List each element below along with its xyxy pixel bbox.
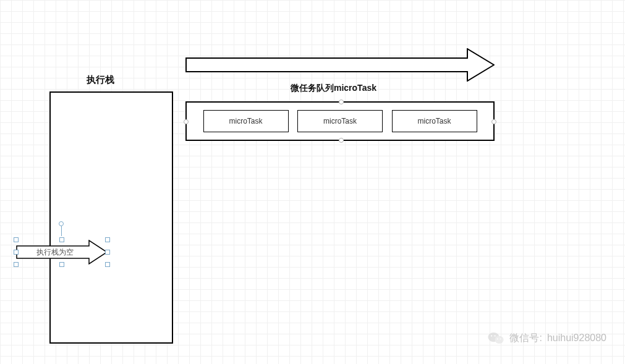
connection-point-n[interactable] — [339, 99, 344, 104]
microtask-item[interactable]: microTask — [392, 110, 477, 132]
selection-handle-nw[interactable] — [14, 237, 19, 242]
wechat-watermark: 微信号: huihui928080 — [487, 329, 606, 347]
svg-point-4 — [497, 338, 498, 339]
microtask-item[interactable]: microTask — [203, 110, 289, 132]
stack-empty-arrow[interactable]: 执行栈为空 — [16, 240, 108, 265]
selection-handle-w[interactable] — [14, 250, 19, 255]
microtask-item-label: microTask — [229, 117, 262, 125]
microtask-item-label: microTask — [417, 117, 451, 125]
microtask-item-label: microTask — [323, 117, 357, 125]
watermark-id: huihui928080 — [547, 332, 606, 344]
svg-point-1 — [495, 336, 504, 344]
selection-rotate-line — [61, 226, 62, 236]
execution-stack-box[interactable] — [49, 91, 173, 344]
selection-handle-se[interactable] — [105, 262, 110, 267]
queue-flow-arrow[interactable] — [185, 48, 495, 82]
selection-handle-e[interactable] — [105, 250, 110, 255]
selection-handle-sw[interactable] — [14, 262, 19, 267]
selection-handle-n[interactable] — [59, 237, 64, 242]
connection-point-s[interactable] — [339, 138, 344, 143]
svg-point-2 — [491, 335, 492, 336]
selection-handle-s[interactable] — [59, 262, 64, 267]
microtask-queue-box[interactable]: microTask microTask microTask — [185, 101, 495, 141]
svg-point-3 — [495, 335, 496, 336]
wechat-icon — [487, 329, 504, 347]
connection-point-e[interactable] — [491, 119, 496, 124]
microtask-queue-label: 微任务队列microTask — [291, 83, 376, 94]
microtask-item[interactable]: microTask — [297, 110, 383, 132]
watermark-prefix: 微信号: — [509, 332, 542, 345]
connection-point-w[interactable] — [184, 119, 189, 124]
execution-stack-label: 执行栈 — [87, 74, 114, 86]
svg-point-5 — [500, 338, 501, 339]
selection-rotate-handle[interactable] — [59, 221, 64, 226]
selection-handle-ne[interactable] — [105, 237, 110, 242]
